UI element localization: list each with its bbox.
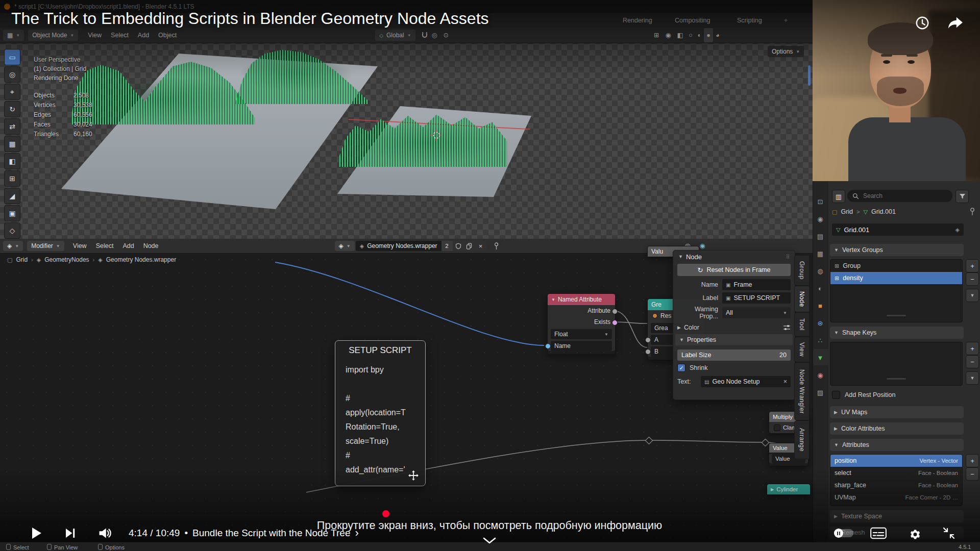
tab-view-layer[interactable]: ▦: [815, 248, 826, 259]
tab-physics[interactable]: ▼: [815, 352, 826, 363]
next-button[interactable]: [60, 524, 80, 542]
pin-icon[interactable]: [969, 208, 976, 216]
socket-attribute[interactable]: [612, 309, 618, 314]
volume-button[interactable]: [94, 524, 114, 542]
sidebar-tab-arrange[interactable]: Arrange: [794, 420, 809, 459]
vertex-group-specials-button[interactable]: ▼: [966, 289, 979, 302]
remove-shape-key-button[interactable]: −: [966, 355, 979, 368]
shape-key-specials-button[interactable]: ▼: [966, 371, 979, 385]
fake-user-shield-button[interactable]: [453, 241, 464, 251]
sidebar-tab-node-wrangler[interactable]: Node Wrangler: [794, 362, 809, 420]
section-vertex-groups[interactable]: ▼Vertex Groups: [830, 244, 964, 256]
socket-result[interactable]: [652, 313, 657, 318]
tool-move[interactable]: ⌖: [4, 84, 20, 100]
tool-rotate[interactable]: ↻: [4, 101, 20, 117]
chevron-down-icon[interactable]: [482, 537, 497, 545]
tool-annotate[interactable]: ◧: [4, 153, 20, 169]
attribute-name-field[interactable]: Name: [551, 341, 612, 351]
copy-nodetree-button[interactable]: [464, 241, 475, 251]
add-vertex-group-button[interactable]: +: [966, 259, 979, 272]
properties-subpanel-header[interactable]: ▼Properties: [675, 334, 793, 345]
breadcrumb-object[interactable]: Grid: [841, 208, 853, 215]
socket-b-input[interactable]: [645, 349, 651, 355]
nodetree-name-field[interactable]: ◈ Geometry Nodes.wrapper: [356, 241, 442, 251]
unlink-text-icon[interactable]: ×: [783, 378, 787, 385]
reset-nodes-button[interactable]: ↻Reset Nodes in Frame: [677, 264, 791, 276]
pin-icon[interactable]: [492, 242, 502, 250]
play-button[interactable]: [26, 523, 46, 543]
tab-tool[interactable]: ⊡: [815, 196, 826, 207]
node-menu-select[interactable]: Select: [91, 239, 118, 253]
tab-material[interactable]: ▨: [815, 387, 826, 398]
filter-funnel-button[interactable]: [955, 190, 969, 203]
nodetree-users-badge[interactable]: 2: [442, 241, 453, 251]
list-resize-grip[interactable]: [887, 378, 906, 380]
clamp-checkbox[interactable]: [774, 424, 780, 431]
list-resize-grip[interactable]: [887, 315, 906, 316]
vertex-group-row[interactable]: ⊞density: [830, 272, 962, 284]
miniplayer-button[interactable]: [940, 524, 958, 542]
warning-propagation-dropdown[interactable]: All▼: [722, 307, 791, 318]
named-attribute-node[interactable]: ▼Named Attribute Attribute Exists Float▼…: [547, 293, 616, 355]
tool-extra-1[interactable]: ▣: [4, 205, 20, 221]
tab-render[interactable]: ◉: [815, 213, 826, 224]
properties-display-mode-button[interactable]: ▥: [832, 190, 845, 203]
sidebar-tab-tool[interactable]: Tool: [794, 312, 809, 337]
node-editor-type-button[interactable]: ◈▼: [3, 241, 23, 251]
node-menu-node[interactable]: Node: [139, 239, 163, 253]
autoplay-toggle[interactable]: [834, 529, 853, 537]
panel-header-node[interactable]: Node: [686, 253, 702, 261]
label-size-field[interactable]: Label Size20: [677, 349, 791, 361]
progress-bar[interactable]: [0, 510, 980, 518]
subtitles-button[interactable]: [869, 525, 888, 541]
tab-object[interactable]: ■: [815, 300, 826, 311]
node-menu-add[interactable]: Add: [118, 239, 138, 253]
settings-button[interactable]: [906, 524, 924, 542]
node-name-field[interactable]: ▣Frame: [722, 279, 791, 290]
tool-add-cube[interactable]: ◢: [4, 188, 20, 204]
socket-name-input[interactable]: [545, 343, 551, 349]
tab-world[interactable]: ◐: [815, 283, 826, 294]
node-label-field[interactable]: ▣SETUP SCRIPT: [722, 292, 791, 304]
text-datablock-field[interactable]: ▤Geo Node Setup×: [701, 376, 791, 387]
section-shape-keys[interactable]: ▼Shape Keys: [830, 327, 964, 339]
panel-drag-dots-icon[interactable]: ⠿: [786, 254, 790, 260]
sliders-icon[interactable]: [783, 324, 791, 331]
add-rest-position-checkbox[interactable]: [832, 391, 840, 399]
watch-later-button[interactable]: [913, 13, 932, 33]
socket-a-input[interactable]: [645, 337, 651, 343]
breadcrumb-data[interactable]: Grid.001: [871, 208, 896, 215]
vertex-group-row[interactable]: ⊞Group: [830, 260, 962, 272]
properties-search-field[interactable]: [847, 190, 952, 202]
section-color-attributes[interactable]: ▶Color Attributes: [830, 422, 964, 435]
section-attributes[interactable]: ▼Attributes: [830, 439, 964, 451]
color-section[interactable]: Color: [684, 324, 699, 331]
tab-modifiers[interactable]: ⊛: [815, 317, 826, 329]
tool-scale[interactable]: ⇄: [4, 118, 20, 135]
tool-measure[interactable]: ⊞: [4, 170, 20, 187]
add-attribute-button[interactable]: +: [966, 454, 979, 467]
tab-output[interactable]: ▤: [815, 231, 826, 242]
fake-user-icon[interactable]: ◈: [955, 227, 960, 233]
nodetree-browse-button[interactable]: ◈▼: [335, 241, 355, 251]
sidebar-tab-group[interactable]: Group: [794, 255, 809, 286]
frame-node-setup-script[interactable]: SETUP SCRIPT import bpy # apply(location…: [335, 340, 426, 486]
modifier-dropdown[interactable]: Modifier▼: [27, 241, 64, 251]
sidebar-tab-view[interactable]: View: [794, 337, 809, 362]
tool-extra-2[interactable]: ◇: [4, 222, 20, 239]
tab-particles[interactable]: ∴: [815, 335, 826, 346]
attribute-row[interactable]: positionVertex - Vector: [830, 455, 962, 467]
add-shape-key-button[interactable]: +: [966, 342, 979, 355]
section-uv-maps[interactable]: ▶UV Maps: [830, 406, 964, 418]
socket-exists[interactable]: [612, 320, 618, 325]
tab-scene[interactable]: ◍: [815, 265, 826, 277]
share-button[interactable]: [944, 13, 966, 33]
mesh-name-field[interactable]: ▽ Grid.001 ◈: [832, 223, 964, 236]
progress-scrubber[interactable]: [382, 510, 389, 517]
unlink-nodetree-button[interactable]: ×: [475, 241, 486, 251]
video-title[interactable]: The Trick to Embedding Scripts in Blende…: [11, 9, 489, 28]
shrink-checkbox[interactable]: ✓: [677, 364, 685, 372]
attribute-type-dropdown[interactable]: Float▼: [551, 329, 612, 339]
sidebar-tab-node[interactable]: Node: [794, 286, 809, 312]
remove-vertex-group-button[interactable]: −: [966, 272, 979, 286]
